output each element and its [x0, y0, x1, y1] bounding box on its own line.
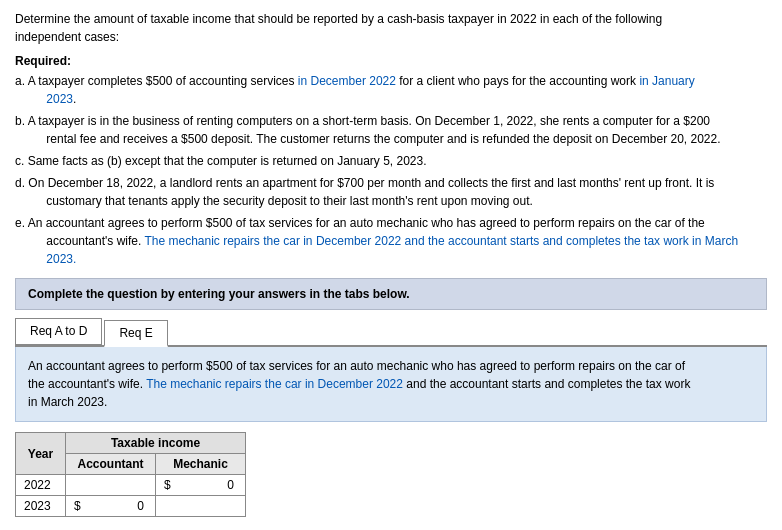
list-item: b. A taxpayer is in the business of rent… [33, 112, 767, 148]
required-section: Required: a. A taxpayer completes $500 o… [15, 54, 767, 268]
accountant-2023-input[interactable] [84, 499, 144, 513]
table-row: 2022 $ [16, 475, 246, 496]
table-section: Year Taxable income Accountant Mechanic … [15, 432, 767, 517]
mechanic-2022: $ [156, 475, 246, 496]
tab-req-a-to-d[interactable]: Req A to D [15, 318, 102, 345]
taxable-income-table: Year Taxable income Accountant Mechanic … [15, 432, 246, 517]
taxable-income-header: Taxable income [66, 433, 246, 454]
accountant-2022 [66, 475, 156, 496]
accountant-2023: $ [66, 496, 156, 517]
list-item: a. A taxpayer completes $500 of accounti… [33, 72, 767, 108]
instruction-box: Complete the question by entering your a… [15, 278, 767, 310]
required-label: Required: [15, 54, 767, 68]
intro-section: Determine the amount of taxable income t… [15, 10, 767, 46]
mechanic-header: Mechanic [156, 454, 246, 475]
year-2023: 2023 [16, 496, 66, 517]
list-item: c. Same facts as (b) except that the com… [33, 152, 767, 170]
year-2022: 2022 [16, 475, 66, 496]
tabs-container: Req A to D Req E [15, 318, 767, 347]
tab-content-text: An accountant agrees to perform $500 of … [28, 359, 690, 409]
year-header: Year [16, 433, 66, 475]
table-row: 2023 $ [16, 496, 246, 517]
tab-content-req-e: An accountant agrees to perform $500 of … [15, 347, 767, 422]
tab-req-e[interactable]: Req E [104, 320, 167, 347]
mechanic-2023 [156, 496, 246, 517]
intro-line1: Determine the amount of taxable income t… [15, 10, 767, 46]
list-item: d. On December 18, 2022, a landlord rent… [33, 174, 767, 210]
list-item: e. An accountant agrees to perform $500 … [33, 214, 767, 268]
accountant-header: Accountant [66, 454, 156, 475]
case-list: a. A taxpayer completes $500 of accounti… [15, 72, 767, 268]
mechanic-2022-input[interactable] [174, 478, 234, 492]
